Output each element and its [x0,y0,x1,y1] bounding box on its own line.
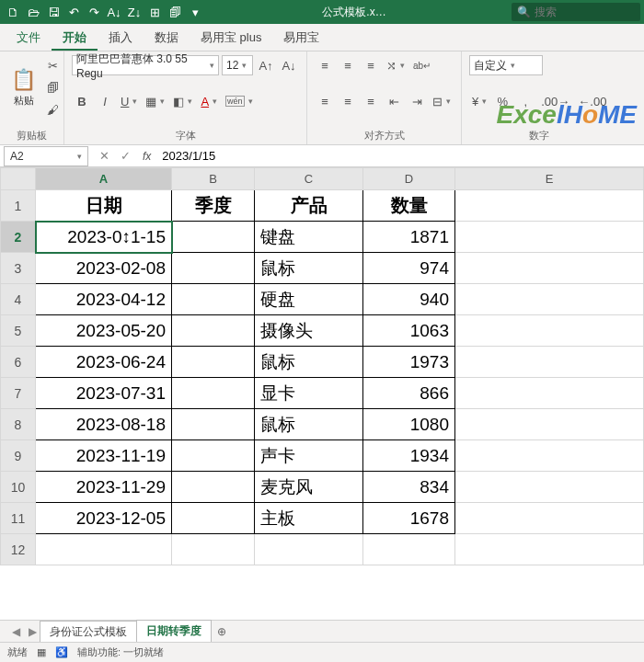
accessibility-icon[interactable]: ♿ [55,646,68,658]
phonetic-button[interactable]: wén▾ [223,91,256,111]
formula-input[interactable] [155,145,644,166]
fill-color-button[interactable]: ◧▾ [170,91,195,111]
column-header-E[interactable]: E [455,168,644,190]
currency-icon[interactable]: ¥▾ [469,91,489,111]
cell-B10[interactable] [172,472,255,503]
fx-icon[interactable]: fx [139,150,155,163]
increase-font-icon[interactable]: A↑ [256,55,276,75]
cell-B5[interactable] [172,315,255,347]
cell-E4[interactable] [455,284,644,315]
row-header[interactable]: 10 [1,472,36,503]
cell-A8[interactable]: 2023-08-18 [36,409,172,440]
cell-A11[interactable]: 2023-12-05 [36,503,172,534]
merge-center-icon[interactable]: ⊟▾ [430,91,454,111]
undo-icon[interactable]: ↶ [64,3,83,21]
cell-A10[interactable]: 2023-11-29 [36,472,172,503]
decrease-decimal-icon[interactable]: ←.00 [575,91,609,111]
cell-D6[interactable]: 1973 [363,347,455,378]
cell-B9[interactable] [172,440,255,472]
orientation-icon[interactable]: ⤭▾ [384,55,408,75]
tab-data[interactable]: 数据 [144,24,190,51]
tab-insert[interactable]: 插入 [98,24,144,51]
align-left-icon[interactable]: ≡ [315,91,335,111]
cell-E12[interactable] [455,534,644,565]
cell-D3[interactable]: 974 [363,253,455,284]
cell-B11[interactable] [172,503,255,534]
cell-E1[interactable] [455,190,644,222]
row-header[interactable]: 7 [1,378,36,409]
cell-A2[interactable]: 2023-0↕1-15 [36,222,172,253]
cell-C4[interactable]: 硬盘 [255,284,363,315]
cell-D11[interactable]: 1678 [363,503,455,534]
name-box[interactable]: A2▾ [4,146,88,166]
cell-C7[interactable]: 显卡 [255,378,363,409]
row-header[interactable]: 12 [1,534,36,565]
cell-D5[interactable]: 1063 [363,315,455,347]
cell-A9[interactable]: 2023-11-19 [36,440,172,472]
font-family-select[interactable]: 阿里巴巴普惠体 3.0 55 Regu▾ [72,55,219,75]
cell-E7[interactable] [455,378,644,409]
row-header[interactable]: 4 [1,284,36,315]
cell-D10[interactable]: 834 [363,472,455,503]
cell-E8[interactable] [455,409,644,440]
cell-C6[interactable]: 鼠标 [255,347,363,378]
cell-B3[interactable] [172,253,255,284]
save-icon[interactable]: 🖫 [44,3,63,21]
cell-A1[interactable]: 日期 [36,190,172,222]
cell-A7[interactable]: 2023-07-31 [36,378,172,409]
sort-desc-icon[interactable]: Z↓ [125,3,144,21]
row-header[interactable]: 9 [1,440,36,472]
spreadsheet-grid[interactable]: A B C D E 1日期季度产品数量22023-0↕1-15键盘1871320… [0,167,644,620]
cancel-formula-icon[interactable]: ✕ [94,146,114,166]
row-header[interactable]: 11 [1,503,36,534]
cell-A3[interactable]: 2023-02-08 [36,253,172,284]
cell-B2[interactable] [172,222,255,253]
cell-E3[interactable] [455,253,644,284]
decrease-indent-icon[interactable]: ⇤ [384,91,404,111]
add-sheet-icon[interactable]: ⊕ [212,625,232,638]
cell-B1[interactable]: 季度 [172,190,255,222]
sheet-tab-idcard[interactable]: 身份证公式模板 [40,621,137,643]
cell-C5[interactable]: 摄像头 [255,315,363,347]
qat-more-icon[interactable]: ▾ [186,3,204,21]
row-header[interactable]: 6 [1,347,36,378]
cell-B8[interactable] [172,409,255,440]
new-file-icon[interactable]: 🗋 [4,3,22,21]
tab-home[interactable]: 开始 [52,24,98,51]
confirm-formula-icon[interactable]: ✓ [115,146,135,166]
cell-B7[interactable] [172,378,255,409]
format-painter-button[interactable]: 🖌 [42,99,63,120]
cell-B12[interactable] [172,534,255,565]
copy-button[interactable]: 🗐 [42,77,63,97]
border-button[interactable]: ▦▾ [143,91,167,111]
align-right-icon[interactable]: ≡ [361,91,381,111]
cell-D2[interactable]: 1871 [363,222,455,253]
cell-C9[interactable]: 声卡 [255,440,363,472]
open-file-icon[interactable]: 🗁 [24,3,42,21]
cell-C12[interactable] [255,534,363,565]
cell-D1[interactable]: 数量 [363,190,455,222]
cell-E9[interactable] [455,440,644,472]
cell-D7[interactable]: 866 [363,378,455,409]
sort-asc-icon[interactable]: A↓ [105,3,123,21]
cut-button[interactable]: ✂ [42,55,63,75]
cell-D12[interactable] [363,534,455,565]
cell-A4[interactable]: 2023-04-12 [36,284,172,315]
cell-C2[interactable]: 键盘 [255,222,363,253]
bold-button[interactable]: B [72,91,92,111]
font-color-button[interactable]: A▾ [198,91,220,111]
select-all-corner[interactable] [1,168,36,190]
increase-decimal-icon[interactable]: .00→ [538,91,572,111]
validate-icon[interactable]: ⊞ [145,3,164,21]
row-header[interactable]: 2 [1,222,36,253]
align-bottom-icon[interactable]: ≡ [361,55,381,75]
sheet-nav-prev-icon[interactable]: ◀ [7,625,24,638]
cell-B6[interactable] [172,347,255,378]
column-header-A[interactable]: A [36,168,172,190]
redo-icon[interactable]: ↷ [85,3,103,21]
cell-D9[interactable]: 1934 [363,440,455,472]
cell-D4[interactable]: 940 [363,284,455,315]
column-header-B[interactable]: B [172,168,255,190]
column-header-C[interactable]: C [255,168,363,190]
tab-file[interactable]: 文件 [6,24,52,51]
